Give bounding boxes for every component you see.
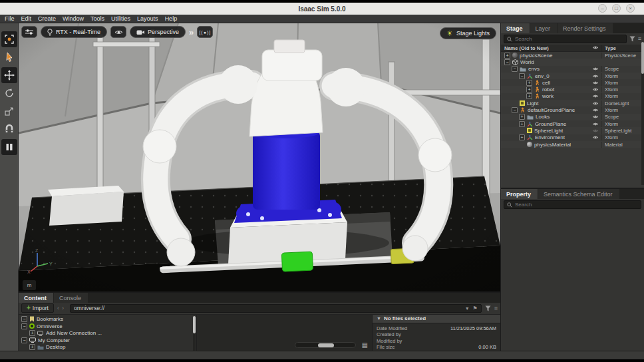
stage-filter-icon[interactable]	[629, 36, 635, 42]
stage-row-work[interactable]: +work Xform	[501, 93, 644, 100]
address-bar[interactable]: ▼ ⚑	[70, 304, 482, 313]
stage-row-physicsScene[interactable]: +physicsScene PhysicsScene	[501, 52, 644, 59]
stage-row-robot[interactable]: +robot Xform	[501, 86, 644, 92]
property-search-input[interactable]	[515, 202, 638, 208]
visibility-eye-icon[interactable]	[592, 101, 599, 106]
snap-tool[interactable]	[1, 121, 17, 137]
content-tab-content[interactable]: Content	[19, 293, 53, 303]
visibility-eye-icon[interactable]	[592, 114, 599, 119]
content-row-omniverse[interactable]: −Omniverse	[19, 323, 196, 330]
content-row-my-computer[interactable]: −My Computer	[19, 337, 196, 344]
toolbar-expand-chevron[interactable]: »	[189, 27, 194, 37]
stage-row-envs[interactable]: −envs Scope	[501, 66, 644, 73]
stage-row-Environment[interactable]: +Environment Xform	[501, 134, 644, 141]
address-dropdown-icon[interactable]: ▼	[465, 305, 470, 311]
minimize-button[interactable]: –	[598, 4, 607, 13]
stage-row-env_0[interactable]: −env_0 Xform	[501, 73, 644, 79]
stage-tab-render-settings[interactable]: Render Settings	[558, 23, 613, 33]
expander-toggle[interactable]: +	[519, 114, 525, 120]
viewport-3d[interactable]: RTX - Real-Time Perspective » [(●)] ☀	[19, 23, 500, 291]
expander-toggle[interactable]: +	[526, 80, 532, 86]
content-tab-console[interactable]: Console	[54, 293, 88, 303]
stage-row-physicsMaterial[interactable]: physicsMaterial Material	[501, 141, 644, 148]
maximize-button[interactable]: □	[612, 4, 621, 13]
options-menu-icon[interactable]: ≡	[494, 305, 498, 311]
visibility-eye-icon[interactable]	[592, 87, 599, 92]
menu-edit[interactable]: Edit	[21, 15, 32, 22]
expander-toggle[interactable]: +	[526, 93, 532, 99]
stage-tab-stage[interactable]: Stage	[501, 23, 530, 33]
expander-toggle[interactable]: −	[512, 107, 518, 113]
stage-row-cell[interactable]: +cell Xform	[501, 79, 644, 86]
property-tab-property[interactable]: Property	[501, 189, 538, 199]
stage-row-GroundPlane[interactable]: +GroundPlane Xform	[501, 120, 644, 127]
expander-toggle[interactable]: −	[21, 316, 27, 322]
content-row-desktop[interactable]: +Desktop	[19, 344, 196, 351]
capture-button[interactable]: [(●)]	[197, 26, 213, 38]
visibility-eye-icon[interactable]	[592, 122, 599, 126]
menu-create[interactable]: Create	[38, 15, 56, 22]
expander-toggle[interactable]: −	[21, 323, 27, 329]
slider-handle[interactable]	[318, 343, 334, 347]
expander-toggle[interactable]: +	[526, 87, 532, 92]
stage-tree-header[interactable]: Name (Old to New) Type	[501, 45, 644, 52]
visibility-eye-icon[interactable]	[592, 94, 599, 98]
expander-toggle[interactable]: +	[519, 121, 525, 127]
scale-tool[interactable]	[1, 103, 17, 119]
grid-view-icon[interactable]: ▦	[362, 342, 368, 349]
icon-size-slider[interactable]	[295, 342, 356, 348]
content-row-bookmarks[interactable]: −Bookmarks	[19, 316, 196, 323]
stage-row-World[interactable]: −World	[501, 59, 644, 65]
menu-help[interactable]: Help	[165, 15, 178, 22]
content-tree-scrollbar[interactable]	[193, 316, 196, 351]
stage-options-icon[interactable]: ≡	[638, 36, 641, 42]
frame-select-tool[interactable]	[1, 31, 17, 47]
stage-row-Looks[interactable]: +Looks Scope	[501, 114, 644, 120]
type-column-header[interactable]: Type	[601, 45, 644, 51]
viewport-settings-button[interactable]	[21, 26, 37, 38]
menu-file[interactable]: File	[5, 15, 15, 22]
stage-search-box[interactable]	[504, 35, 627, 43]
property-search-box[interactable]	[504, 200, 641, 209]
rotate-tool[interactable]	[1, 85, 17, 101]
stage-tab-layer[interactable]: Layer	[530, 23, 558, 33]
expander-toggle[interactable]: −	[504, 59, 510, 65]
content-row-add-new-connection-[interactable]: +Add New Connection ...	[19, 330, 196, 337]
close-button[interactable]: ×	[626, 4, 635, 13]
stage-row-SphereLight[interactable]: SphereLight SphereLight	[501, 127, 644, 134]
camera-button[interactable]: Perspective	[130, 26, 186, 38]
file-grid-area[interactable]: ▦	[197, 315, 373, 351]
pause-tool[interactable]	[1, 139, 17, 155]
expander-toggle[interactable]: +	[29, 330, 35, 336]
property-tab-semantics-schema-editor[interactable]: Semantics Schema Editor	[538, 189, 619, 199]
expander-toggle[interactable]: +	[519, 134, 525, 140]
expander-toggle[interactable]: +	[504, 53, 510, 59]
import-button[interactable]: + Import	[21, 303, 54, 313]
stage-row-defaultGroundPlane[interactable]: −defaultGroundPlane Xform	[501, 106, 644, 113]
stage-row-Light[interactable]: Light DomeLight	[501, 100, 644, 106]
expander-toggle[interactable]: −	[21, 337, 27, 343]
bookmark-flag-icon[interactable]: ⚑	[473, 305, 478, 311]
menu-window[interactable]: Window	[63, 15, 84, 22]
name-column-header[interactable]: Name (Old to New)	[501, 45, 589, 51]
stage-scrollbar[interactable]	[641, 42, 644, 185]
visibility-eye-icon[interactable]	[592, 108, 599, 112]
cursor-tool[interactable]	[1, 49, 17, 65]
stage-lights-button[interactable]: ☀ Stage Lights	[440, 27, 496, 39]
visibility-button[interactable]	[110, 26, 126, 38]
expander-toggle[interactable]: −	[512, 66, 518, 72]
filter-icon[interactable]	[485, 305, 491, 311]
menu-utilities[interactable]: Utilities	[111, 15, 130, 22]
menu-layouts[interactable]: Layouts	[137, 15, 158, 22]
visibility-eye-icon[interactable]	[592, 74, 599, 79]
expander-toggle[interactable]: +	[29, 344, 35, 350]
render-mode-button[interactable]: RTX - Real-Time	[41, 26, 107, 38]
visibility-eye-icon[interactable]	[592, 81, 599, 85]
address-input[interactable]	[74, 305, 462, 311]
visibility-eye-icon[interactable]	[592, 135, 599, 140]
visibility-eye-icon[interactable]	[592, 128, 599, 133]
expander-toggle[interactable]: −	[519, 73, 525, 79]
file-info-header[interactable]: ▼ No files selected	[373, 315, 500, 323]
visibility-eye-icon[interactable]	[592, 67, 599, 71]
stage-search-input[interactable]	[515, 36, 623, 42]
